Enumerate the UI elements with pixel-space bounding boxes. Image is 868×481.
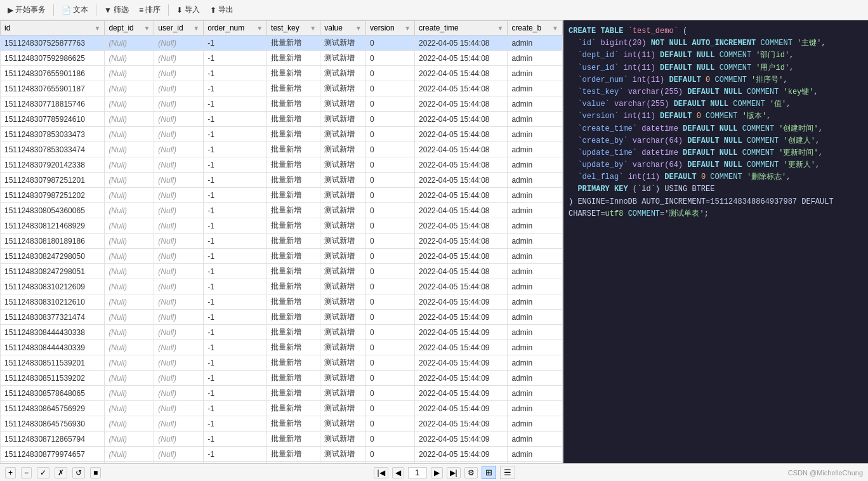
sort-btn[interactable]: ≡ 排序 xyxy=(135,3,164,17)
col-header-user_id[interactable]: user_id▼ xyxy=(154,21,204,36)
col-header-order_num[interactable]: order_num▼ xyxy=(204,21,267,36)
col-header-value[interactable]: value▼ xyxy=(320,21,366,36)
col-header-id[interactable]: id▼ xyxy=(1,21,105,36)
cell-20-4: 批量新增 xyxy=(267,340,320,355)
sql-panel[interactable]: CREATE TABLE `test_demo` ( `id` bigint(2… xyxy=(563,20,868,463)
cell-6-7: 2022-04-05 15:44:08 xyxy=(415,127,508,142)
sql-line: `order_num` int(11) DEFAULT 0 COMMENT '排… xyxy=(569,74,863,86)
col-header-test_key[interactable]: test_key▼ xyxy=(267,21,320,36)
cell-7-6: 0 xyxy=(365,142,414,157)
table-row[interactable]: 1511248307718815746(Null)(Null)-1批量新增测试新… xyxy=(1,96,563,112)
refresh-btn[interactable]: ↺ xyxy=(72,467,85,478)
col-header-version[interactable]: version▼ xyxy=(365,21,414,36)
cancel-edit-btn[interactable]: ✗ xyxy=(55,467,67,478)
cell-7-4: 批量新增 xyxy=(267,142,320,157)
grid-view-btn[interactable]: ⊞ xyxy=(482,466,496,479)
table-row[interactable]: 1511248308779974657(Null)(Null)-1批量新增测试新… xyxy=(1,447,563,462)
data-table: id▼dept_id▼user_id▼order_num▼test_key▼va… xyxy=(0,20,563,463)
cell-7-7: 2022-04-05 15:44:08 xyxy=(415,142,508,157)
table-row[interactable]: 1511248307920142338(Null)(Null)-1批量新增测试新… xyxy=(1,157,563,173)
last-page-btn[interactable]: ▶| xyxy=(447,467,461,478)
table-row[interactable]: 1511248308377321474(Null)(Null)-1批量新增测试新… xyxy=(1,310,563,325)
col-header-dept_id[interactable]: dept_id▼ xyxy=(105,21,154,36)
cell-13-5: 测试新增 xyxy=(320,234,366,249)
table-row[interactable]: 1511248308054360065(Null)(Null)-1批量新增测试新… xyxy=(1,203,563,218)
cell-5-6: 0 xyxy=(365,112,414,127)
table-row[interactable]: 1511248308444430339(Null)(Null)-1批量新增测试新… xyxy=(1,340,563,355)
cell-10-3: -1 xyxy=(204,188,267,203)
prev-page-btn[interactable]: ◀ xyxy=(392,467,404,478)
cell-1-7: 2022-04-05 15:44:08 xyxy=(415,51,508,66)
table-row[interactable]: 1511248308578648065(Null)(Null)-1批量新增测试新… xyxy=(1,386,563,401)
table-row[interactable]: 1511248307987251201(Null)(Null)-1批量新增测试新… xyxy=(1,173,563,188)
cell-6-3: -1 xyxy=(204,127,267,142)
first-page-btn[interactable]: |◀ xyxy=(374,467,388,478)
table-row[interactable]: 1511248308247298051(Null)(Null)-1批量新增测试新… xyxy=(1,264,563,279)
cell-22-1: (Null) xyxy=(105,371,154,386)
table-row[interactable]: 1511248307853033474(Null)(Null)-1批量新增测试新… xyxy=(1,142,563,157)
cell-12-3: -1 xyxy=(204,218,267,234)
filter-label: 筛选 xyxy=(114,4,129,15)
text-btn[interactable]: 📄 文本 xyxy=(58,3,92,17)
table-row[interactable]: 1511248308779974658(Null)(Null)-1批量新增测试新… xyxy=(1,462,563,464)
cell-27-2: (Null) xyxy=(154,447,204,462)
table-row[interactable]: 1511248307525877763(Null)(Null)-1批量新增测试新… xyxy=(1,36,563,51)
cell-16-0: 1511248308310212609 xyxy=(1,279,105,294)
table-row[interactable]: 1511248308511539201(Null)(Null)-1批量新增测试新… xyxy=(1,355,563,371)
add-row-btn[interactable]: + xyxy=(5,467,16,478)
cell-28-3: -1 xyxy=(204,462,267,464)
stop-btn[interactable]: ■ xyxy=(90,467,101,478)
cell-7-0: 1511248307853033474 xyxy=(1,142,105,157)
table-row[interactable]: 1511248307987251202(Null)(Null)-1批量新增测试新… xyxy=(1,188,563,203)
table-row[interactable]: 1511248308712865794(Null)(Null)-1批量新增测试新… xyxy=(1,432,563,447)
start-transaction-btn[interactable]: ▶ 开始事务 xyxy=(4,3,49,17)
table-row[interactable]: 1511248307592986625(Null)(Null)-1批量新增测试新… xyxy=(1,51,563,66)
table-header: id▼dept_id▼user_id▼order_num▼test_key▼va… xyxy=(1,21,563,36)
table-row[interactable]: 1511248308310212609(Null)(Null)-1批量新增测试新… xyxy=(1,279,563,294)
table-row[interactable]: 1511248308121468929(Null)(Null)-1批量新增测试新… xyxy=(1,218,563,234)
cell-8-4: 批量新增 xyxy=(267,157,320,173)
table-row[interactable]: 1511248307655901187(Null)(Null)-1批量新增测试新… xyxy=(1,81,563,96)
settings-btn[interactable]: ⚙ xyxy=(464,467,478,478)
cell-18-2: (Null) xyxy=(154,310,204,325)
list-view-btn[interactable]: ☰ xyxy=(500,466,515,479)
cell-5-4: 批量新增 xyxy=(267,112,320,127)
cell-15-3: -1 xyxy=(204,264,267,279)
filter-btn[interactable]: ▼ 筛选 xyxy=(100,3,133,17)
cell-19-3: -1 xyxy=(204,325,267,340)
col-header-create_time[interactable]: create_time▼ xyxy=(415,21,508,36)
table-row[interactable]: 1511248307853033473(Null)(Null)-1批量新增测试新… xyxy=(1,127,563,142)
cell-9-2: (Null) xyxy=(154,173,204,188)
sql-line: CREATE TABLE `test_demo` ( xyxy=(569,25,863,37)
table-row[interactable]: 1511248308180189186(Null)(Null)-1批量新增测试新… xyxy=(1,234,563,249)
cell-0-6: 0 xyxy=(365,36,414,51)
cell-4-0: 1511248307718815746 xyxy=(1,96,105,112)
table-row[interactable]: 1511248308511539202(Null)(Null)-1批量新增测试新… xyxy=(1,371,563,386)
table-row[interactable]: 1511248308444430338(Null)(Null)-1批量新增测试新… xyxy=(1,325,563,340)
table-row[interactable]: 1511248308310212610(Null)(Null)-1批量新增测试新… xyxy=(1,294,563,310)
cell-13-2: (Null) xyxy=(154,234,204,249)
import-btn[interactable]: ⬇ 导入 xyxy=(173,3,204,17)
col-header-create_b[interactable]: create_b▼ xyxy=(508,21,563,36)
cell-26-3: -1 xyxy=(204,432,267,447)
cell-9-5: 测试新增 xyxy=(320,173,366,188)
table-row[interactable]: 1511248308645756930(Null)(Null)-1批量新增测试新… xyxy=(1,416,563,432)
delete-row-btn[interactable]: − xyxy=(21,467,32,478)
cell-20-1: (Null) xyxy=(105,340,154,355)
next-page-btn[interactable]: ▶ xyxy=(431,467,443,478)
table-row[interactable]: 1511248308645756929(Null)(Null)-1批量新增测试新… xyxy=(1,401,563,416)
table-wrapper[interactable]: id▼dept_id▼user_id▼order_num▼test_key▼va… xyxy=(0,20,563,463)
page-input[interactable] xyxy=(408,467,427,478)
table-row[interactable]: 1511248307785924610(Null)(Null)-1批量新增测试新… xyxy=(1,112,563,127)
table-row[interactable]: 1511248308247298050(Null)(Null)-1批量新增测试新… xyxy=(1,249,563,264)
cell-9-0: 1511248307987251201 xyxy=(1,173,105,188)
cell-26-2: (Null) xyxy=(154,432,204,447)
export-btn[interactable]: ⬆ 导出 xyxy=(206,3,237,17)
cell-19-0: 1511248308444430338 xyxy=(1,325,105,340)
cell-27-7: 2022-04-05 15:44:09 xyxy=(415,447,508,462)
cell-4-2: (Null) xyxy=(154,96,204,112)
cell-14-7: 2022-04-05 15:44:08 xyxy=(415,249,508,264)
table-row[interactable]: 1511248307655901186(Null)(Null)-1批量新增测试新… xyxy=(1,66,563,81)
confirm-btn[interactable]: ✓ xyxy=(37,467,49,478)
cell-24-8: admin xyxy=(508,401,563,416)
